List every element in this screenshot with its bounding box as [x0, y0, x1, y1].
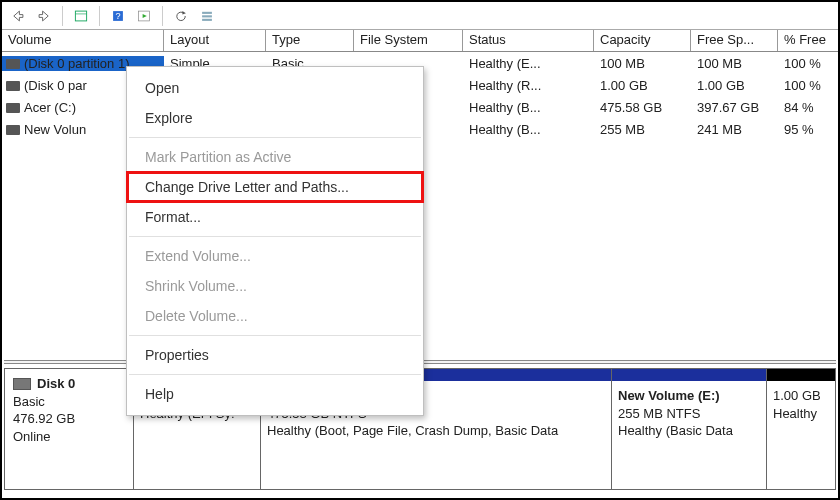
partition-size: 255 MB NTFS — [618, 405, 760, 423]
toolbar-separator — [99, 6, 100, 26]
list-button[interactable] — [197, 6, 217, 26]
menu-separator — [129, 137, 421, 138]
partition-icon — [6, 125, 20, 135]
menu-item[interactable]: Change Drive Letter and Paths... — [127, 172, 423, 202]
free-cell: 397.67 GB — [691, 100, 778, 115]
menu-separator — [129, 335, 421, 336]
pct-cell: 84 % — [778, 100, 838, 115]
help-button[interactable]: ? — [108, 6, 128, 26]
menu-item[interactable]: Open — [127, 73, 423, 103]
svg-rect-0 — [75, 11, 86, 21]
menu-item: Extend Volume... — [127, 241, 423, 271]
col-header-pctfree[interactable]: % Free — [778, 30, 838, 51]
back-button[interactable] — [8, 6, 28, 26]
disk-icon — [13, 378, 31, 390]
menu-item[interactable]: Help — [127, 379, 423, 409]
col-header-free[interactable]: Free Sp... — [691, 30, 778, 51]
pct-cell: 95 % — [778, 122, 838, 137]
volume-context-menu: OpenExploreMark Partition as ActiveChang… — [126, 66, 424, 416]
partition-color-bar — [612, 369, 766, 381]
show-panes-button[interactable] — [71, 6, 91, 26]
status-cell: Healthy (B... — [463, 100, 594, 115]
disk-title: Disk 0 — [37, 375, 75, 393]
partition-status: Healthy (Basic Data — [618, 422, 760, 440]
status-cell: Healthy (B... — [463, 122, 594, 137]
capacity-cell: 475.58 GB — [594, 100, 691, 115]
partition-icon — [6, 103, 20, 113]
partition-icon — [6, 59, 20, 69]
free-cell: 1.00 GB — [691, 78, 778, 93]
partition-icon — [6, 81, 20, 91]
menu-separator — [129, 236, 421, 237]
status-cell: Healthy (R... — [463, 78, 594, 93]
svg-rect-8 — [202, 15, 212, 17]
volume-table-header: Volume Layout Type File System Status Ca… — [2, 30, 838, 52]
capacity-cell: 1.00 GB — [594, 78, 691, 93]
disk-summary[interactable]: Disk 0 Basic 476.92 GB Online — [4, 368, 134, 490]
menu-item[interactable]: Format... — [127, 202, 423, 232]
free-cell: 241 MB — [691, 122, 778, 137]
forward-button[interactable] — [34, 6, 54, 26]
col-header-type[interactable]: Type — [266, 30, 354, 51]
action-button[interactable] — [134, 6, 154, 26]
menu-item: Shrink Volume... — [127, 271, 423, 301]
col-header-status[interactable]: Status — [463, 30, 594, 51]
col-header-volume[interactable]: Volume — [2, 30, 164, 51]
menu-item[interactable]: Properties — [127, 340, 423, 370]
partition-block[interactable]: 1.00 GB Healthy — [766, 368, 836, 490]
svg-marker-5 — [143, 13, 147, 17]
menu-item: Mark Partition as Active — [127, 142, 423, 172]
col-header-layout[interactable]: Layout — [164, 30, 266, 51]
menu-separator — [129, 374, 421, 375]
col-header-filesystem[interactable]: File System — [354, 30, 463, 51]
svg-rect-7 — [202, 11, 212, 13]
pct-cell: 100 % — [778, 78, 838, 93]
col-header-capacity[interactable]: Capacity — [594, 30, 691, 51]
partition-size: 1.00 GB — [773, 387, 829, 405]
disk-size: 476.92 GB — [13, 410, 125, 428]
disk-type: Basic — [13, 393, 125, 411]
partition-title: New Volume (E:) — [618, 387, 760, 405]
menu-item: Delete Volume... — [127, 301, 423, 331]
svg-text:?: ? — [115, 10, 120, 20]
menu-item[interactable]: Explore — [127, 103, 423, 133]
partition-status: Healthy — [773, 405, 829, 423]
status-cell: Healthy (E... — [463, 56, 594, 71]
partition-status: Healthy (Boot, Page File, Crash Dump, Ba… — [267, 422, 605, 440]
toolbar-separator — [62, 6, 63, 26]
pct-cell: 100 % — [778, 56, 838, 71]
capacity-cell: 255 MB — [594, 122, 691, 137]
refresh-button[interactable] — [171, 6, 191, 26]
capacity-cell: 100 MB — [594, 56, 691, 71]
svg-rect-9 — [202, 18, 212, 20]
toolbar-separator — [162, 6, 163, 26]
partition-color-bar — [767, 369, 835, 381]
svg-marker-6 — [182, 11, 186, 15]
partition-block[interactable]: New Volume (E:) 255 MB NTFS Healthy (Bas… — [611, 368, 767, 490]
disk-status: Online — [13, 428, 125, 446]
toolbar: ? — [2, 2, 838, 30]
free-cell: 100 MB — [691, 56, 778, 71]
